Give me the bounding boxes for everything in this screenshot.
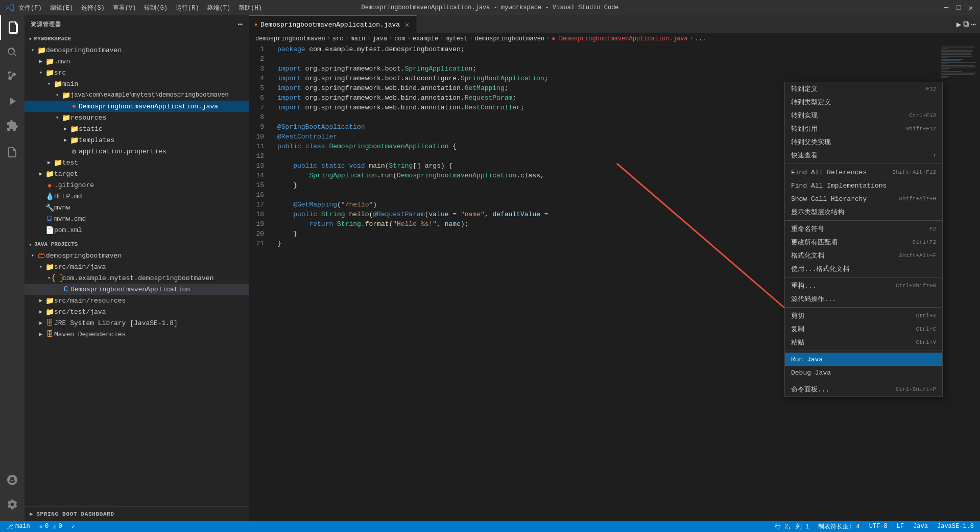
tree-item-static[interactable]: ▶ 📁 static [25, 123, 249, 134]
tree-item-test[interactable]: ▶ 📁 test [25, 157, 249, 168]
tree-item-main-class[interactable]: ● DemospringbootmavenApplication.java [25, 101, 249, 112]
status-errors[interactable]: ✕ 0 ⚠ 0 [37, 521, 64, 532]
breadcrumb-src[interactable]: src [332, 35, 344, 42]
status-position[interactable]: 行 2, 列 1 [773, 521, 811, 532]
menu-goto-class-impl[interactable]: 转到父类实现 [785, 135, 942, 149]
maximize-button[interactable]: □ [954, 4, 963, 12]
breadcrumb-demospringbootmaven[interactable]: demospringbootmaven [255, 35, 325, 42]
menu-item-label: Debug Java [791, 369, 831, 377]
menu-find-all-ref[interactable]: Find All References Shift+Alt+F12 [785, 166, 942, 179]
tree-item-app-properties[interactable]: ⚙ application.properties [25, 146, 249, 157]
breadcrumb-com[interactable]: com [394, 35, 405, 42]
tree-item-mvnw[interactable]: 🔧 mvnw [25, 202, 249, 213]
explorer-icon[interactable] [0, 15, 25, 40]
jp-tree-item-src-main-resources[interactable]: ▶ 📁 src/main/resources [25, 295, 249, 306]
menu-format-doc[interactable]: 格式化文档 Shift+Alt+F [785, 249, 942, 262]
sidebar-header-actions[interactable]: ⋯ [237, 19, 243, 30]
menu-format-with[interactable]: 使用...格式化文档 [785, 262, 942, 275]
jp-tree-item-src-main-java[interactable]: ▾ 📁 src/main/java [25, 261, 249, 272]
breadcrumb-main[interactable]: main [350, 35, 365, 42]
tree-item-pom-xml[interactable]: 📄 pom.xml [25, 224, 249, 236]
tree-item-help-md[interactable]: 💧 HELP.md [25, 191, 249, 202]
breadcrumb-java[interactable]: java [372, 35, 387, 42]
source-control-icon[interactable] [0, 64, 25, 89]
menu-view[interactable]: 查看(V) [113, 4, 136, 12]
menu-file[interactable]: 文件(F) [18, 4, 42, 12]
tree-item-src[interactable]: ▾ 📁 src [25, 67, 249, 78]
menu-edit[interactable]: 编辑(E) [50, 4, 74, 12]
tree-item-demospringbootmaven[interactable]: ▾ 📁 demospringbootmaven [25, 44, 249, 56]
tree-item-resources[interactable]: ▾ 📁 resources [25, 112, 249, 123]
tab-close-button[interactable]: ✕ [403, 20, 411, 29]
menu-show-call-hier[interactable]: Show Call Hierarchy Shift+Alt+H [785, 192, 942, 205]
run-icon[interactable]: ▶ [957, 19, 962, 30]
jp-tree-item-demospringbootmaven[interactable]: ▾ 🗃 demospringbootmaven [25, 250, 249, 261]
status-language[interactable]: Java [911, 521, 930, 532]
menu-paste[interactable]: 粘贴 Ctrl+V [785, 336, 942, 349]
menu-change-all[interactable]: 更改所有匹配项 Ctrl+F2 [785, 236, 942, 249]
jp-tree-item-jre[interactable]: ▶ 🗄 JRE System Library [JavaSE-1.8] [25, 317, 249, 329]
status-line-ending[interactable]: LF [895, 521, 906, 532]
search-icon[interactable] [0, 40, 25, 64]
editor-tab-main[interactable]: ● DemospringbootmavenApplication.java ✕ [249, 15, 417, 33]
jp-tree-item-src-test-java[interactable]: ▶ 📁 src/test/java [25, 306, 249, 317]
breadcrumb-demospringbootmaven2[interactable]: demospringbootmaven [474, 35, 544, 42]
more-actions-icon[interactable]: ⋯ [237, 19, 243, 30]
menu-goto-def[interactable]: 转到定义 F12 [785, 82, 942, 96]
menu-command-palette[interactable]: 命令面板... Ctrl+Shift+P [785, 383, 942, 396]
menu-goto-impl[interactable]: 转到实现 Ctrl+F12 [785, 109, 942, 122]
tree-item-mvnw-cmd[interactable]: 🖥 mvnw.cmd [25, 213, 249, 224]
java-projects-section[interactable]: ▾ JAVA PROJECTS [25, 239, 249, 250]
tree-item-gitignore[interactable]: ◆ .gitignore [25, 179, 249, 191]
tab-bar-actions[interactable]: ▶ ⧉ ⋯ [957, 15, 980, 33]
extensions-icon[interactable] [0, 113, 25, 138]
more-icon[interactable]: ⋯ [971, 19, 976, 30]
menu-cut[interactable]: 剪切 Ctrl+X [785, 309, 942, 322]
menu-goto[interactable]: 转到(G) [144, 4, 168, 12]
title-bar-menu[interactable]: 文件(F) 编辑(E) 选择(S) 查看(V) 转到(G) 运行(R) 终端(T… [18, 4, 262, 12]
breadcrumb-mytest[interactable]: mytest [445, 35, 467, 42]
menu-run[interactable]: 运行(R) [176, 4, 199, 12]
breadcrumb-example[interactable]: example [413, 35, 438, 42]
menu-refactor[interactable]: 重构... Ctrl+Shift+R [785, 279, 942, 292]
test-icon[interactable] [0, 140, 25, 165]
jp-tree-item-maven-deps[interactable]: ▶ 🗄 Maven Dependencies [25, 329, 249, 340]
status-encoding[interactable]: UTF-8 [867, 521, 890, 532]
status-tab-size[interactable]: 制表符长度: 4 [816, 521, 862, 532]
menu-select[interactable]: 选择(S) [81, 4, 105, 12]
menu-run-java[interactable]: Run Java [785, 353, 942, 366]
tree-item-target[interactable]: ▶ 📁 target [25, 168, 249, 179]
menu-find-all-impl[interactable]: Find All Implementations [785, 179, 942, 192]
menu-rename[interactable]: 重命名符号 F2 [785, 222, 942, 236]
jp-tree-item-package[interactable]: ▾ { } com.example.mytest.demospringbootm… [25, 272, 249, 284]
item-label: target [54, 170, 249, 178]
menu-source-action[interactable]: 源代码操作... [785, 292, 942, 306]
minimize-button[interactable]: ─ [942, 4, 950, 12]
jp-tree-item-main-class[interactable]: C DemospringbootmavenApplication [25, 284, 249, 295]
close-button[interactable]: ✕ [967, 4, 975, 12]
split-editor-icon[interactable]: ⧉ [963, 19, 969, 29]
tree-item-templates[interactable]: ▶ 📁 templates [25, 134, 249, 146]
status-java-version[interactable]: JavaSE-1.8 [935, 521, 976, 532]
line-num-18: 18 [249, 210, 268, 219]
breadcrumb-more[interactable]: ... [695, 35, 706, 42]
menu-goto-ref[interactable]: 转到引用 Shift+F12 [785, 122, 942, 135]
tree-item-mvn[interactable]: ▶ 📁 .mvn [25, 56, 249, 67]
spring-boot-dashboard[interactable]: ▶ SPRING BOOT DASHBOARD [25, 506, 249, 521]
tree-item-main[interactable]: ▾ 📁 main [25, 78, 249, 89]
menu-copy[interactable]: 复制 Ctrl+C [785, 322, 942, 336]
menu-quick-look[interactable]: 快速查看 › [785, 149, 942, 162]
myworkspace-section[interactable]: ▾ MYWORKSPACE [25, 33, 249, 44]
run-debug-icon[interactable] [0, 89, 25, 113]
status-branch[interactable]: ⎇ main [4, 521, 32, 532]
status-check[interactable]: ✓ [69, 521, 77, 532]
tree-item-java-path[interactable]: ▾ 📁 java\com\example\mytest\demospringbo… [25, 89, 249, 101]
menu-help[interactable]: 帮助(H) [238, 4, 262, 12]
window-controls[interactable]: ─ □ ✕ [942, 4, 975, 12]
menu-show-type-hier[interactable]: 显示类型层次结构 [785, 205, 942, 219]
menu-debug-java[interactable]: Debug Java [785, 366, 942, 379]
settings-icon[interactable] [0, 492, 25, 517]
account-icon[interactable] [0, 468, 25, 492]
menu-goto-type-def[interactable]: 转到类型定义 [785, 96, 942, 109]
menu-terminal[interactable]: 终端(T) [207, 4, 231, 12]
